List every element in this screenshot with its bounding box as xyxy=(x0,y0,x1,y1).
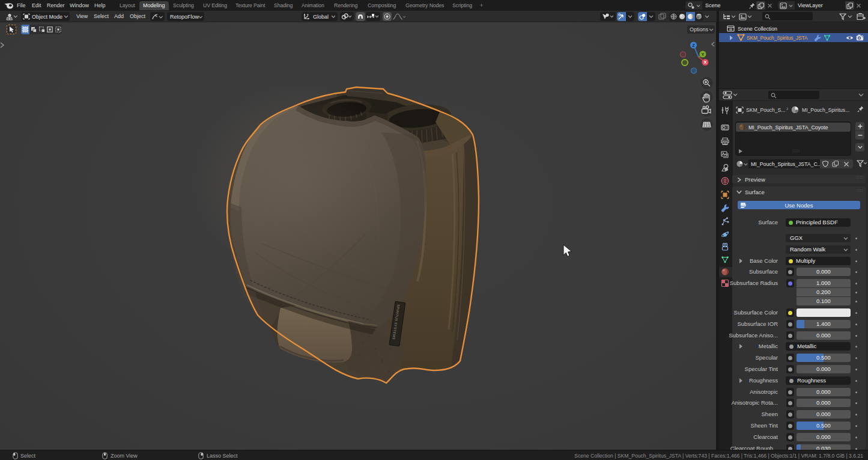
svg-text:Y: Y xyxy=(701,52,704,57)
svg-text:X: X xyxy=(703,60,706,65)
svg-text:Z: Z xyxy=(692,43,695,48)
